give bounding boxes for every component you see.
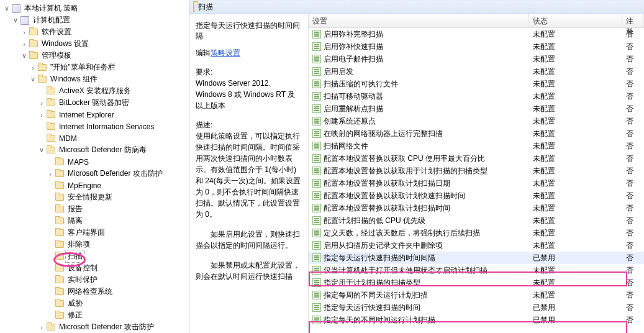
setting-icon <box>312 241 321 250</box>
tree-label: 威胁 <box>66 298 84 309</box>
folder-icon <box>55 311 65 321</box>
folder-icon <box>46 145 56 155</box>
folder-icon <box>46 86 56 96</box>
row-state: 未配置 <box>529 79 622 89</box>
tree-admin-templates[interactable]: ∨管理模板 <box>0 50 189 62</box>
settings-row[interactable]: 启用从扫描历史记录文件夹中删除项未配置否 <box>309 239 644 252</box>
tree-report[interactable]: ·报告 <box>0 203 189 215</box>
settings-row[interactable]: 创建系统还原点未配置否 <box>309 115 644 127</box>
setting-icon <box>312 55 321 63</box>
tree-fix[interactable]: ·修正 <box>0 309 189 321</box>
row-state: 未配置 <box>529 166 622 176</box>
right-pane: 扫描 指定每天运行快速扫描的时间间隔 编辑策略设置 要求: Windows Se… <box>189 0 644 333</box>
settings-row[interactable]: 在映射的网络驱动器上运行完整扫描未配置否 <box>309 127 644 140</box>
nav-tree-pane[interactable]: ∨本地计算机 策略 ∨计算机配置 ›软件设置 ›Windows 设置 ∨管理模板… <box>0 0 189 333</box>
tree-threats[interactable]: ·威胁 <box>0 298 189 309</box>
setting-icon <box>312 42 321 51</box>
settings-row[interactable]: 定义天数，经过该天数后，将强制执行后续扫描未配置否 <box>309 227 644 239</box>
row-name: 在映射的网络驱动器上运行完整扫描 <box>324 129 443 139</box>
folder-icon <box>55 157 65 167</box>
row-name: 创建系统还原点 <box>324 116 376 127</box>
settings-row[interactable]: 指定每天运行快速扫描的时间已禁用否 <box>309 301 644 314</box>
tree-quarantine[interactable]: ·隔离 <box>0 215 189 227</box>
tree-device-ctrl[interactable]: ·设备控制 <box>0 262 189 274</box>
tree-software[interactable]: ›软件设置 <box>0 26 189 38</box>
tree-label: "开始"菜单和任务栏 <box>48 62 117 73</box>
row-name: 扫描压缩的可执行文件 <box>324 79 398 89</box>
tree-label: 实时保护 <box>66 274 99 286</box>
tree-sec-intel[interactable]: ·安全情报更新 <box>0 191 189 203</box>
tree-label: 软件设置 <box>40 26 73 38</box>
setting-icon <box>312 191 321 200</box>
settings-row[interactable]: 指定每天的不同时间运行计划扫描已禁用否 <box>309 314 644 326</box>
settings-row[interactable]: 启用启发未配置否 <box>309 65 644 78</box>
setting-icon <box>312 92 321 101</box>
tree-net-inspect[interactable]: ·网络检查系统 <box>0 286 189 298</box>
tree-label: 设备控制 <box>66 262 99 274</box>
row-state: 未配置 <box>529 178 622 189</box>
settings-row[interactable]: 配置计划扫描的低 CPU 优先级未配置否 <box>309 214 644 227</box>
settings-row[interactable]: 扫描可移动驱动器未配置否 <box>309 90 644 103</box>
settings-row[interactable]: 指定每天运行快速扫描的时间间隔已禁用否 <box>309 252 644 264</box>
row-state: 未配置 <box>529 265 622 276</box>
tree-exclusions[interactable]: ·排除项 <box>0 239 189 250</box>
tree-defender[interactable]: ∨Microsoft Defender 防病毒 <box>0 144 189 156</box>
settings-row[interactable]: 指定每周的不同天运行计划扫描未配置否 <box>309 289 644 301</box>
setting-icon <box>312 229 321 237</box>
setting-icon <box>312 30 321 39</box>
row-name: 启用电子邮件扫描 <box>324 54 383 65</box>
tree-scan[interactable]: ·扫描 <box>0 250 189 262</box>
tree-computer-config[interactable]: ∨计算机配置 <box>0 14 189 26</box>
settings-row[interactable]: 配置本地设置替换以获取计划扫描日期未配置否 <box>309 177 644 189</box>
tree-label: 本地计算机 策略 <box>22 2 80 14</box>
tree-start-menu[interactable]: ›"开始"菜单和任务栏 <box>0 62 189 73</box>
tree-ie[interactable]: ›Internet Explorer <box>0 109 189 121</box>
tree-label: 计算机配置 <box>31 14 72 26</box>
tree-client-ui[interactable]: ·客户端界面 <box>0 227 189 239</box>
settings-row[interactable]: 指定用于计划扫描的扫描类型未配置否 <box>309 276 644 289</box>
col-name[interactable]: 设置 <box>309 14 529 27</box>
tree-defender-attack[interactable]: ›Microsoft Defender 攻击防护 <box>0 168 189 180</box>
folder-icon <box>55 299 65 309</box>
settings-row[interactable]: 扫描压缩的可执行文件未配置否 <box>309 78 644 90</box>
row-name: 配置本地设置替换以获取计划扫描时间 <box>324 203 450 214</box>
row-name: 仅当计算机处于打开但未使用状态才启动计划扫描 <box>324 265 488 276</box>
settings-row[interactable]: 配置本地设置替换以获取用于计划扫描的扫描类型未配置否 <box>309 165 644 177</box>
tree-activex[interactable]: ·ActiveX 安装程序服务 <box>0 85 189 97</box>
settings-row[interactable]: 配置本地设置替换以获取计划扫描时间未配置否 <box>309 202 644 214</box>
row-state: 未配置 <box>529 29 622 40</box>
row-state: 未配置 <box>529 191 622 201</box>
tree-maps[interactable]: ·MAPS <box>0 156 189 168</box>
col-state[interactable]: 状态 <box>529 14 622 27</box>
settings-row[interactable]: 扫描网络文件未配置否 <box>309 140 644 152</box>
settings-row[interactable]: 配置本地设置替换以获取 CPU 使用率最大百分比未配置否 <box>309 152 644 165</box>
tree-windows-settings[interactable]: ›Windows 设置 <box>0 38 189 50</box>
tree-bitlocker[interactable]: ›BitLocker 驱动器加密 <box>0 97 189 109</box>
row-name: 指定用于计划扫描的扫描类型 <box>324 278 420 288</box>
tree-iis[interactable]: ·Internet Information Services <box>0 121 189 132</box>
setting-icon <box>312 67 321 76</box>
settings-list-pane: 设置 状态 注释 启用弥补完整扫描未配置否启用弥补快速扫描未配置否启用电子邮件扫… <box>309 14 644 333</box>
edit-policy-link[interactable]: 策略设置 <box>211 48 240 57</box>
tree-realtime[interactable]: ·实时保护 <box>0 274 189 286</box>
row-state: 未配置 <box>529 240 622 251</box>
tree-mdm[interactable]: ·MDM <box>0 132 189 144</box>
row-state: 未配置 <box>529 91 622 102</box>
settings-row[interactable]: 配置本地设置替换以获取计划快速扫描时间未配置否 <box>309 189 644 202</box>
settings-row[interactable]: 启用电子邮件扫描未配置否 <box>309 53 644 65</box>
tree-label: Windows 组件 <box>48 73 99 85</box>
tree-mpengine[interactable]: ·MpEngine <box>0 180 189 191</box>
settings-row[interactable]: 仅当计算机处于打开但未使用状态才启动计划扫描未配置否 <box>309 264 644 276</box>
col-note[interactable]: 注释 <box>622 14 644 27</box>
tree-root[interactable]: ∨本地计算机 策略 <box>0 2 189 14</box>
tree-windows-components[interactable]: ∨Windows 组件 <box>0 73 189 85</box>
settings-rows[interactable]: 启用弥补完整扫描未配置否启用弥补快速扫描未配置否启用电子邮件扫描未配置否启用启发… <box>309 28 644 333</box>
folder-icon <box>55 181 65 191</box>
row-name: 启用从扫描历史记录文件夹中删除项 <box>324 240 443 251</box>
settings-row[interactable]: 启用弥补快速扫描未配置否 <box>309 40 644 53</box>
settings-row[interactable]: 启用重解析点扫描未配置否 <box>309 103 644 115</box>
row-name: 启用启发 <box>324 66 353 77</box>
settings-row[interactable]: 启用弥补完整扫描未配置否 <box>309 28 644 40</box>
folder-icon <box>29 27 39 37</box>
tree-defender-attack-2[interactable]: ›Microsoft Defender 攻击防护 <box>0 321 189 333</box>
